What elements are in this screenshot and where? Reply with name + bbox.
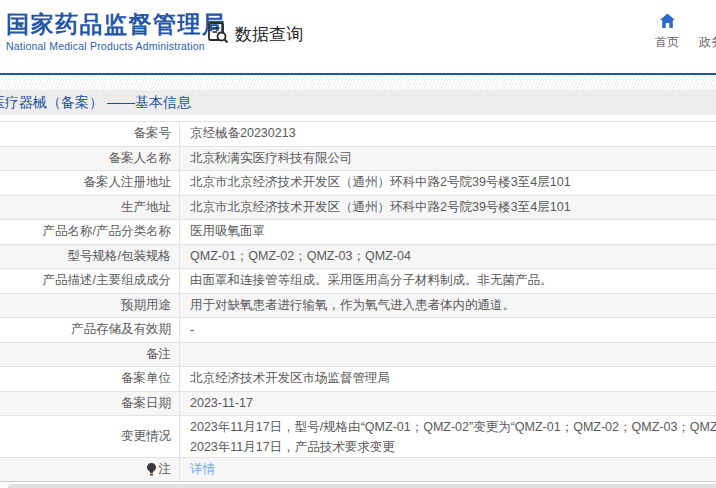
table-row: 备案单位北京经济技术开发区市场监督管理局 xyxy=(0,367,716,392)
document-search-icon xyxy=(206,20,230,48)
table-row: 型号规格/包装规格QMZ-01；QMZ-02；QMZ-03；QMZ-04 xyxy=(0,245,716,270)
row-value: 2023年11月17日，型号/规格由“QMZ-01；QMZ-02”变更为“QMZ… xyxy=(180,416,716,457)
row-value xyxy=(180,343,716,367)
info-table: 备案号京经械备20230213备案人名称北京秋满实医疗科技有限公司备案人注册地址… xyxy=(0,121,716,482)
row-label: 注 xyxy=(0,458,180,481)
table-row: 产品名称/产品分类名称医用吸氧面罩 xyxy=(0,220,716,245)
row-label: 产品描述/主要组成成分 xyxy=(0,269,180,293)
row-value: 由面罩和连接管等组成。采用医用高分子材料制成。非无菌产品。 xyxy=(180,269,716,293)
nav-item-home[interactable]: 首页 xyxy=(645,13,689,51)
table-row: 备案号京经械备20230213 xyxy=(0,122,716,147)
page-title: 医疗器械（备案） ——基本信息 xyxy=(0,94,191,112)
nmpa-logo: 国家药品监督管理局 National Medical Products Admi… xyxy=(6,11,227,52)
striped-texture-band xyxy=(0,75,716,90)
row-label: 备案人注册地址 xyxy=(0,171,180,195)
table-row: 备案日期2023-11-17 xyxy=(0,392,716,417)
row-value: 北京市北京经济技术开发区（通州）环科中路2号院39号楼3至4层101 xyxy=(180,196,716,220)
row-label: 备注 xyxy=(0,343,180,367)
row-label: 预期用途 xyxy=(0,294,180,318)
row-value: 详情 xyxy=(180,458,716,481)
table-row: 产品描述/主要组成成分由面罩和连接管等组成。采用医用高分子材料制成。非无菌产品。 xyxy=(0,269,716,294)
table-row: 备案人注册地址北京市北京经济技术开发区（通州）环科中路2号院39号楼3至4层10… xyxy=(0,171,716,196)
nav-item-gov[interactable]: 政务 xyxy=(699,34,716,51)
row-value: QMZ-01；QMZ-02；QMZ-03；QMZ-04 xyxy=(180,245,716,269)
row-value: 北京秋满实医疗科技有限公司 xyxy=(180,147,716,171)
row-value: 用于对缺氧患者进行输氧，作为氧气进入患者体内的通道。 xyxy=(180,294,716,318)
table-row: 备注 xyxy=(0,343,716,368)
data-query-label: 数据查询 xyxy=(235,23,303,46)
detail-link[interactable]: 详情 xyxy=(190,461,716,478)
row-label: 生产地址 xyxy=(0,196,180,220)
agency-name-en: National Medical Products Administration xyxy=(6,40,227,52)
home-icon xyxy=(645,13,689,30)
row-value: 医用吸氧面罩 xyxy=(180,220,716,244)
data-query-section[interactable]: 数据查询 xyxy=(206,20,303,48)
table-row: 预期用途用于对缺氧患者进行输氧，作为氧气进入患者体内的通道。 xyxy=(0,294,716,319)
nmpa-data-query-page: 国家药品监督管理局 National Medical Products Admi… xyxy=(0,0,716,488)
table-row: 生产地址北京市北京经济技术开发区（通州）环科中路2号院39号楼3至4层101 xyxy=(0,196,716,221)
table-row: 注详情 xyxy=(0,458,716,482)
row-value: 2023-11-17 xyxy=(180,392,716,416)
row-label: 型号规格/包装规格 xyxy=(0,245,180,269)
footer-bar xyxy=(8,484,716,488)
nav-home-label: 首页 xyxy=(645,34,689,51)
row-label: 产品名称/产品分类名称 xyxy=(0,220,180,244)
table-row: 变更情况2023年11月17日，型号/规格由“QMZ-01；QMZ-02”变更为… xyxy=(0,416,716,458)
table-row: 备案人名称北京秋满实医疗科技有限公司 xyxy=(0,147,716,172)
lightbulb-icon xyxy=(147,463,156,476)
row-label: 变更情况 xyxy=(0,416,180,457)
row-label: 备案日期 xyxy=(0,392,180,416)
row-value: - xyxy=(180,318,716,342)
table-row: 产品存储及有效期- xyxy=(0,318,716,343)
row-value: 北京市北京经济技术开发区（通州）环科中路2号院39号楼3至4层101 xyxy=(180,171,716,195)
row-label: 产品存储及有效期 xyxy=(0,318,180,342)
row-value: 京经械备20230213 xyxy=(180,122,716,146)
row-label: 备案号 xyxy=(0,122,180,146)
row-label: 备案单位 xyxy=(0,367,180,391)
section-title-bar: 医疗器械（备案） ——基本信息 xyxy=(0,90,716,115)
row-label: 备案人名称 xyxy=(0,147,180,171)
row-value: 北京经济技术开发区市场监督管理局 xyxy=(180,367,716,391)
agency-name-cn: 国家药品监督管理局 xyxy=(6,11,227,37)
site-header: 国家药品监督管理局 National Medical Products Admi… xyxy=(0,0,716,73)
